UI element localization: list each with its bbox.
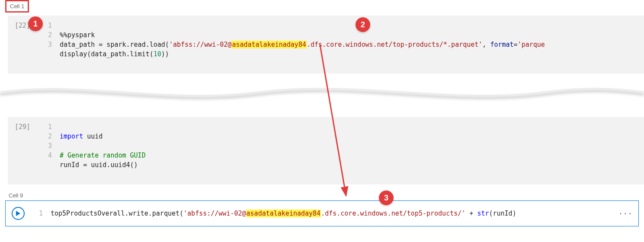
cell-9-code[interactable]: top5ProductsOverall.write.parquet('abfss… xyxy=(51,210,612,217)
cell-1-code[interactable]: %%pyspark data_path = spark.read.load('a… xyxy=(60,19,644,70)
cell-9: Cell 9 1 top5ProductsOverall.write.parqu… xyxy=(5,190,639,226)
cell-mid: [29] 1 2 3 4 import uuid # Generate rand… xyxy=(5,117,644,184)
cell-9-label: Cell 9 xyxy=(5,190,639,200)
cell-1-code-block[interactable]: [22] 1 2 3 %%pyspark data_path = spark.r… xyxy=(8,16,644,74)
cell-mid-exec-count: [29] xyxy=(8,120,34,181)
cell-mid-code[interactable]: import uuid # Generate random GUID runId… xyxy=(60,120,644,181)
cell-1-label-box: Cell 1 xyxy=(5,0,29,13)
cell-9-code-block[interactable]: 1 top5ProductsOverall.write.parquet('abf… xyxy=(5,200,639,226)
cell-9-gutter: 1 xyxy=(32,210,51,217)
cell-1: Cell 1 [22] 1 2 3 %%pyspark data_path = … xyxy=(5,0,644,74)
callout-2: 2 xyxy=(356,17,370,32)
run-cell-button[interactable] xyxy=(12,207,25,220)
cell-mid-code-block[interactable]: [29] 1 2 3 4 import uuid # Generate rand… xyxy=(8,117,644,184)
cell-mid-gutter: 1 2 3 4 xyxy=(34,120,60,181)
wave-separator xyxy=(0,77,644,107)
highlight-datalake-1: asadatalakeinaday84 xyxy=(231,41,307,48)
highlight-datalake-2: asadatalakeinaday84 xyxy=(246,210,321,217)
cell-1-label: Cell 1 xyxy=(6,1,28,11)
cell-9-more-icon[interactable]: ··· xyxy=(612,209,638,218)
play-icon xyxy=(16,210,21,216)
callout-3: 3 xyxy=(379,190,394,205)
callout-1: 1 xyxy=(28,16,43,31)
